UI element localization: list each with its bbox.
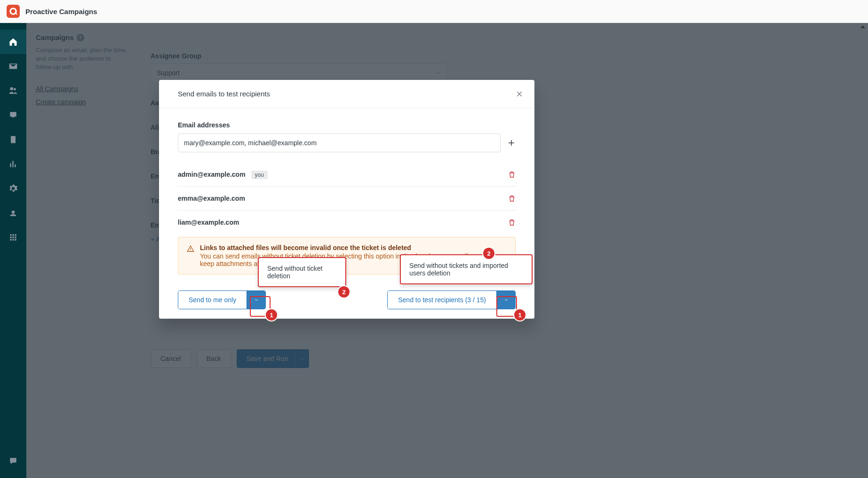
send-to-me-button: Send to me only	[178, 290, 266, 309]
recipient-list: admin@example.comyou emma@example.com li…	[178, 163, 516, 234]
send-to-me-caret[interactable]	[247, 291, 265, 309]
you-badge: you	[251, 171, 268, 179]
badge-2-right: 2	[483, 248, 494, 259]
rail-settings[interactable]	[0, 176, 26, 201]
send-to-test-button: Send to test recipients (3 / 15)	[387, 290, 516, 309]
rail-inbox[interactable]	[0, 103, 26, 127]
email-input[interactable]: mary@example.com, michael@example.com	[178, 133, 501, 152]
rail-analytics[interactable]	[0, 152, 26, 176]
rail-apps[interactable]	[0, 225, 26, 250]
delete-icon[interactable]	[508, 194, 516, 203]
warning-title: Links to attached files will become inva…	[200, 244, 507, 251]
warning-icon	[187, 245, 194, 252]
topbar: Proactive Campaigns	[0, 0, 868, 23]
rail-mail[interactable]	[0, 54, 26, 78]
rail-chat[interactable]	[0, 449, 26, 473]
rail-home[interactable]	[0, 30, 26, 54]
send-to-test-caret[interactable]	[496, 291, 515, 309]
app-title: Proactive Campaigns	[25, 8, 97, 16]
recipient-row: admin@example.comyou	[178, 163, 516, 187]
add-email-icon[interactable]	[507, 139, 516, 147]
send-to-test-label[interactable]: Send to test recipients (3 / 15)	[388, 291, 496, 309]
callout-send-without-tickets-users: Send without tickets and imported users …	[400, 254, 533, 284]
rail-agents[interactable]	[0, 201, 26, 225]
delete-icon[interactable]	[508, 218, 516, 227]
rail-users[interactable]	[0, 78, 26, 103]
email-addresses-label: Email addresses	[178, 121, 516, 129]
chevron-down-icon	[503, 297, 509, 303]
send-to-me-label[interactable]: Send to me only	[178, 291, 247, 309]
scroll-arrow-icon	[860, 25, 865, 28]
app-icon	[7, 5, 20, 18]
badge-2-left: 2	[338, 286, 350, 298]
modal-title: Send emails to test recipients	[178, 90, 270, 98]
chevron-down-icon	[254, 297, 259, 303]
badge-1-left: 1	[266, 309, 277, 321]
icon-rail	[0, 23, 26, 478]
recipient-row: emma@example.com	[178, 187, 516, 211]
callout-send-without-ticket: Send without ticket deletion	[258, 257, 346, 287]
close-icon[interactable]	[516, 90, 523, 98]
rail-building[interactable]	[0, 127, 26, 152]
recipient-row: liam@example.com	[178, 211, 516, 234]
delete-icon[interactable]	[508, 170, 516, 179]
badge-1-right: 1	[514, 309, 526, 321]
